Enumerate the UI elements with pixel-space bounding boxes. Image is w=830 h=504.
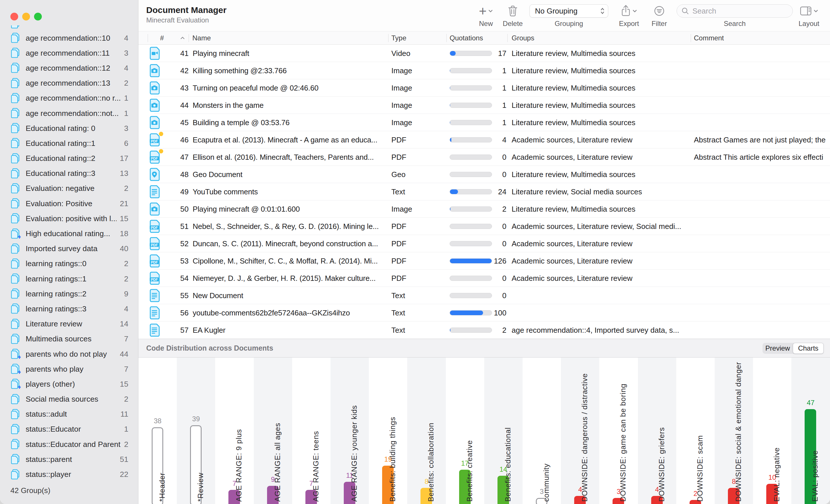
export-button[interactable]: Export <box>616 3 642 28</box>
document-name: Playing minecraft @ 0:01:01.600 <box>193 200 388 218</box>
table-row[interactable]: 41 Playing minecraft Video 17 Literature… <box>138 45 830 62</box>
sidebar-item[interactable]: age recommendation::11 3 <box>0 45 138 61</box>
chevron-down-icon <box>488 9 493 12</box>
sidebar-item[interactable]: Educational rating: 0 3 <box>0 121 138 136</box>
chart-column: 9AGE RANGE: all ages <box>254 358 292 504</box>
sidebar-item[interactable]: status::adult 11 <box>0 407 138 422</box>
document-type: Video <box>391 45 440 62</box>
table-row[interactable]: 43 Turning on peaceful mode @ 02:46.60 I… <box>138 79 830 97</box>
sidebar-item[interactable]: Educational rating::3 13 <box>0 166 138 181</box>
column-header-type[interactable]: Type <box>391 31 406 44</box>
document-type: Image <box>391 62 440 79</box>
sidebar-item[interactable]: learning ratings::2 9 <box>0 286 138 301</box>
code-distribution-chart: 38*Header39*Review7AGE RANGE: 9 plus9AGE… <box>138 358 830 504</box>
quotations-count: 2 <box>467 322 506 339</box>
grouping-select[interactable]: No Grouping <box>530 4 608 18</box>
table-row[interactable]: 57 EA Kugler Text 2 age recommendation::… <box>138 322 830 339</box>
sidebar-item[interactable]: learning ratings::3 4 <box>0 301 138 316</box>
column-header-number[interactable]: # <box>160 31 164 44</box>
chart-column: 4DOWNSIDE: griefers <box>638 358 676 504</box>
sidebar-item[interactable]: age recommendation::12 4 <box>0 61 138 75</box>
tab-preview[interactable]: Preview <box>763 343 793 354</box>
chevron-down-icon <box>813 9 818 12</box>
table-row[interactable]: 44 Monsters in the game Image 1 Literatu… <box>138 97 830 114</box>
table-row[interactable]: 48 Geo Document Geo 0 Literature review,… <box>138 166 830 183</box>
document-group-icon <box>10 424 21 435</box>
quotations-count: 1 <box>467 79 506 97</box>
column-header-comment[interactable]: Comment <box>694 31 724 44</box>
search-input[interactable] <box>692 6 779 16</box>
sidebar-item[interactable]: age recommendation::10 4 <box>0 31 138 45</box>
sidebar-item[interactable]: players (other) 15 <box>0 376 138 392</box>
filter-button[interactable]: Filter <box>649 3 670 28</box>
sort-ascending-icon[interactable] <box>180 36 185 40</box>
sidebar-item-count: 15 <box>120 214 128 223</box>
row-number: 52 <box>156 235 189 252</box>
row-number: 51 <box>156 218 189 235</box>
table-row[interactable]: PDF 52 Duncan, S. C. (2011). Minecraft, … <box>138 235 830 252</box>
document-group-icon <box>10 394 21 405</box>
chart-column: 2DOWNSIDE: scam <box>676 358 715 504</box>
document-comment <box>694 62 830 79</box>
tab-charts[interactable]: Charts <box>793 343 824 354</box>
column-header-name[interactable]: Name <box>192 31 211 44</box>
sidebar-item[interactable]: High educational rating... 18 <box>0 226 138 241</box>
table-row[interactable]: PDF 53 Cipollone, M., Schifter, C. C., &… <box>138 252 830 270</box>
sidebar-item[interactable]: Educational rating::2 17 <box>0 151 138 166</box>
sidebar-item[interactable]: age recommendation::no r... 1 <box>0 91 138 106</box>
sidebar-item-label: learning ratings::0 <box>26 259 121 268</box>
table-row[interactable]: PDF 51 Nebel, S., Schneider, S., & Rey, … <box>138 218 830 235</box>
table-row[interactable]: PDF 47 Ellison et al. (2016). Minecraft,… <box>138 148 830 166</box>
table-row[interactable]: 49 YouTube comments Text 24 Literature r… <box>138 183 830 200</box>
document-name: Ellison et al. (2016). Minecraft, Teache… <box>193 148 388 166</box>
sidebar-item[interactable]: Evaluation: negative 2 <box>0 181 138 196</box>
table-row[interactable]: 55 New Document Text 0 <box>138 287 830 304</box>
table-row[interactable]: PDF 54 Niemeyer, D. J., & Gerber, H. R. … <box>138 270 830 287</box>
minimize-window-button[interactable] <box>22 13 30 21</box>
chart-bar-label: AGE RANGE: 9 plus <box>234 429 243 502</box>
sidebar-item[interactable]: learning ratings::0 2 <box>0 256 138 271</box>
sidebar-item[interactable]: Imported survey data 40 <box>0 241 138 256</box>
filter-icon <box>654 5 665 16</box>
sidebar-item[interactable]: age recommendation::13 2 <box>0 76 138 91</box>
new-button[interactable]: + New <box>473 3 499 28</box>
table-row[interactable]: 42 Killing something @2:33.766 Image 1 L… <box>138 62 830 79</box>
sidebar-item[interactable]: Literature review 14 <box>0 316 138 332</box>
column-header-quotations[interactable]: Quotations <box>450 31 483 44</box>
document-group-icon <box>10 258 21 270</box>
sidebar-item[interactable]: Social media sources 2 <box>0 392 138 407</box>
document-type: Text <box>391 322 440 339</box>
document-comment <box>694 322 830 339</box>
sidebar-item[interactable]: Multimedia sources 7 <box>0 332 138 346</box>
column-header-groups[interactable]: Groups <box>512 31 534 44</box>
sidebar-item-count: 7 <box>124 365 128 374</box>
sidebar-item[interactable]: Evaluation: positive with l... 15 <box>0 211 138 226</box>
sidebar-item[interactable]: status::Educator and Parent 2 <box>0 437 138 452</box>
sidebar-item[interactable]: age recommendation::not... 1 <box>0 106 138 121</box>
sidebar-item[interactable]: Educational rating::1 6 <box>0 136 138 151</box>
sidebar-item[interactable]: parents who play 7 <box>0 362 138 376</box>
chart-column: 38*Header <box>138 358 177 504</box>
grouping-select-value: No Grouping <box>535 7 600 15</box>
document-groups: Literature review, Multimedia sources <box>512 62 690 79</box>
close-window-button[interactable] <box>10 13 18 21</box>
sidebar-item-label: status::Educator and Parent <box>26 440 121 449</box>
document-groups: Literature review, Multimedia sources <box>512 97 690 114</box>
delete-button[interactable]: Delete <box>502 3 524 28</box>
zoom-window-button[interactable] <box>34 13 42 21</box>
sidebar-item[interactable]: Evaluation: Positive 21 <box>0 196 138 211</box>
sidebar-item[interactable]: status::Educator 1 <box>0 422 138 437</box>
document-group-icon <box>10 243 21 255</box>
sidebar-item[interactable]: status::player 22 <box>0 467 138 482</box>
layout-button[interactable]: Layout <box>795 3 823 28</box>
sidebar-item[interactable]: status::parent 51 <box>0 452 138 467</box>
document-type: PDF <box>391 252 440 270</box>
table-row[interactable]: 45 Building a temple @ 03:53.76 Image 1 … <box>138 114 830 131</box>
table-row[interactable]: PDF 46 Ecaputra et al. (2013). Minecraft… <box>138 131 830 148</box>
search-field[interactable] <box>677 4 793 18</box>
sidebar-item[interactable]: parents who do not play 44 <box>0 346 138 362</box>
document-group-icon <box>10 138 21 149</box>
table-row[interactable]: 50 Playing minecraft @ 0:01:01.600 Image… <box>138 200 830 218</box>
table-row[interactable]: 56 youtube-comments62b2fe57246aa--GKZis4… <box>138 304 830 322</box>
sidebar-item[interactable]: learning ratings::1 2 <box>0 271 138 286</box>
